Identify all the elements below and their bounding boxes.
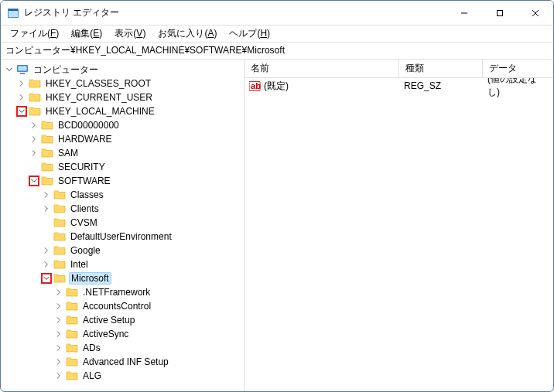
titlebar: レジストリ エディター [1, 1, 553, 26]
tree-item[interactable]: コンピューター [4, 63, 244, 77]
expander-none [41, 231, 52, 242]
tree-item-label: ALG [81, 370, 103, 381]
tree-item-label: DefaultUserEnvironment [69, 231, 173, 242]
tree-item-label: ADs [81, 343, 102, 353]
tree-item[interactable]: ActiveSync [4, 327, 244, 341]
expander-closed-icon[interactable] [29, 120, 39, 131]
tree-item[interactable]: Intel [4, 257, 244, 271]
expander-closed-icon[interactable] [16, 92, 27, 103]
expander-open-icon[interactable] [4, 64, 15, 75]
folder-icon [29, 105, 44, 118]
folder-icon [41, 133, 56, 146]
tree-item[interactable]: ALG [4, 369, 244, 383]
content-area: コンピューターHKEY_CLASSES_ROOTHKEY_CURRENT_USE… [1, 60, 553, 391]
expander-closed-icon[interactable] [41, 203, 52, 214]
expander-closed-icon[interactable] [53, 287, 64, 298]
tree-item[interactable]: SAM [4, 146, 244, 160]
app-icon [7, 7, 19, 19]
close-icon [532, 9, 539, 17]
address-input[interactable] [5, 46, 549, 56]
tree-item[interactable]: HARDWARE [4, 132, 244, 146]
col-data[interactable]: データ [483, 60, 553, 78]
tree-item[interactable]: ADs [4, 341, 244, 355]
menu-file[interactable]: ファイル(F) [4, 26, 65, 42]
folder-icon [53, 244, 69, 257]
folder-icon [41, 175, 56, 188]
maximize-button[interactable] [482, 1, 518, 25]
list-row[interactable]: (既定)REG_SZ(値の設定なし) [245, 78, 553, 94]
tree-item-label: BCD00000000 [56, 120, 121, 131]
folder-icon [53, 258, 69, 271]
tree-item[interactable]: Microsoft [4, 271, 244, 285]
tree-item[interactable]: HKEY_CURRENT_USER [4, 90, 244, 104]
tree-item[interactable]: CVSM [4, 216, 244, 230]
expander-closed-icon[interactable] [53, 329, 64, 339]
folder-icon [53, 189, 69, 202]
minimize-icon [460, 9, 468, 17]
tree-item[interactable]: Active Setup [4, 313, 244, 327]
folder-icon [29, 91, 44, 104]
menubar: ファイル(F) 編集(E) 表示(V) お気に入り(A) ヘルプ(H) [1, 26, 553, 43]
folder-icon [66, 300, 81, 313]
expander-closed-icon[interactable] [29, 148, 39, 159]
expander-open-icon[interactable] [29, 176, 39, 186]
col-type[interactable]: 種類 [399, 60, 483, 78]
tree-item[interactable]: HKEY_LOCAL_MACHINE [4, 104, 244, 118]
expander-closed-icon[interactable] [41, 259, 52, 270]
tree-item-label: Intel [69, 259, 90, 270]
expander-closed-icon[interactable] [53, 315, 64, 326]
window-buttons [446, 1, 553, 25]
close-button[interactable] [518, 1, 553, 25]
tree-item-label: Advanced INF Setup [81, 356, 170, 367]
tree-item[interactable]: SOFTWARE [4, 174, 244, 188]
cell-type: REG_SZ [399, 79, 483, 93]
tree-item-label: CVSM [69, 217, 99, 228]
svg-rect-1 [9, 11, 18, 17]
tree-pane[interactable]: コンピューターHKEY_CLASSES_ROOTHKEY_CURRENT_USE… [1, 60, 245, 391]
expander-open-icon[interactable] [16, 106, 27, 117]
menu-view[interactable]: 表示(V) [108, 26, 152, 42]
menu-help[interactable]: ヘルプ(H) [223, 26, 276, 42]
tree-item[interactable]: HKEY_CLASSES_ROOT [4, 77, 244, 90]
expander-closed-icon[interactable] [53, 370, 64, 381]
folder-icon [66, 328, 81, 341]
tree-item[interactable]: .NETFramework [4, 285, 244, 299]
menu-favorites[interactable]: お気に入り(A) [152, 26, 223, 42]
tree-item-label: HKEY_CURRENT_USER [44, 92, 154, 103]
cell-name: (既定) [245, 78, 399, 94]
tree-item[interactable]: BCD00000000 [4, 118, 244, 132]
col-name[interactable]: 名前 [245, 60, 399, 78]
expander-closed-icon[interactable] [41, 245, 52, 256]
folder-icon [66, 342, 81, 355]
tree-item[interactable]: Classes [4, 188, 244, 202]
expander-open-icon[interactable] [41, 273, 52, 284]
tree-item[interactable]: Google [4, 244, 244, 257]
tree-item[interactable]: AccountsControl [4, 299, 244, 313]
registry-editor-window: レジストリ エディター ファイル(F) 編集(E) 表示(V) お気に入り(A)… [0, 0, 554, 392]
folder-icon [41, 161, 56, 174]
expander-closed-icon[interactable] [41, 189, 52, 200]
expander-none [29, 162, 39, 172]
tree-item[interactable]: SECURITY [4, 160, 244, 174]
expander-closed-icon[interactable] [53, 343, 64, 353]
folder-icon [66, 314, 81, 327]
tree-item-label: .NETFramework [81, 287, 152, 298]
expander-closed-icon[interactable] [29, 134, 39, 145]
list-pane[interactable]: 名前 種類 データ (既定)REG_SZ(値の設定なし) [245, 60, 553, 391]
menu-edit[interactable]: 編集(E) [65, 26, 108, 42]
tree-item-label: SOFTWARE [56, 176, 112, 186]
maximize-icon [496, 9, 504, 17]
minimize-button[interactable] [446, 1, 482, 25]
folder-icon [41, 147, 56, 160]
expander-closed-icon[interactable] [53, 356, 64, 367]
tree-item[interactable]: Advanced INF Setup [4, 355, 244, 369]
tree-item[interactable]: Clients [4, 202, 244, 216]
expander-closed-icon[interactable] [16, 78, 27, 89]
window-title: レジストリ エディター [24, 6, 446, 19]
folder-icon [41, 119, 56, 132]
tree-item-label: Clients [69, 203, 101, 214]
tree-item-label: AccountsControl [81, 301, 152, 312]
expander-closed-icon[interactable] [53, 301, 64, 312]
tree-item[interactable]: DefaultUserEnvironment [4, 230, 244, 244]
folder-icon [29, 77, 44, 90]
